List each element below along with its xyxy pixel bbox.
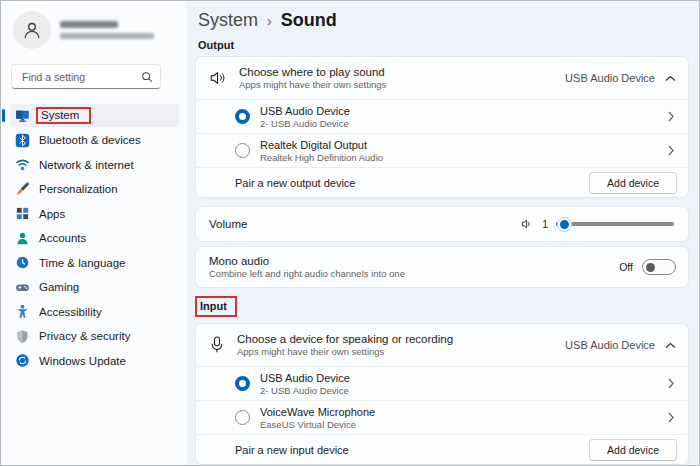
- sidebar-item-time-language[interactable]: Time & language: [11, 251, 179, 274]
- chevron-right-icon[interactable]: [668, 378, 674, 389]
- pair-output-label: Pair a new output device: [235, 177, 355, 189]
- pair-output-row: Pair a new output device Add device: [196, 167, 688, 197]
- slider-track[interactable]: [556, 222, 674, 226]
- choose-input-header[interactable]: Choose a device for speaking or recordin…: [196, 324, 688, 366]
- sidebar-item-label: Gaming: [39, 281, 79, 293]
- device-desc: 2- USB Audio Device: [260, 118, 350, 129]
- input-section-label-row: Input: [195, 296, 689, 317]
- input-card-subtitle: Apps might have their own settings: [237, 346, 453, 357]
- sidebar-item-label: Windows Update: [39, 355, 126, 367]
- microphone-icon: [209, 336, 225, 354]
- sidebar-item-system[interactable]: System: [11, 104, 179, 127]
- radio-selected[interactable]: [235, 109, 250, 124]
- breadcrumb-separator-icon: ›: [267, 11, 272, 29]
- wifi-icon: [15, 157, 30, 172]
- breadcrumb: System › Sound: [195, 1, 689, 31]
- sidebar-item-accounts[interactable]: Accounts: [11, 227, 179, 250]
- input-device-row-voicewave[interactable]: VoiceWave Microphone EaseUS Virtual Devi…: [196, 400, 688, 434]
- output-card-title: Choose where to play sound: [239, 66, 386, 78]
- gamepad-icon: [15, 280, 30, 295]
- sidebar-item-apps[interactable]: Apps: [11, 202, 179, 225]
- sidebar-item-label: Accounts: [39, 232, 86, 244]
- input-selected-device: USB Audio Device: [565, 339, 655, 351]
- search-icon: [141, 71, 153, 83]
- output-selected-device: USB Audio Device: [565, 72, 655, 84]
- input-device-card: Choose a device for speaking or recordin…: [195, 323, 689, 465]
- device-name: USB Audio Device: [260, 372, 350, 384]
- apps-grid-icon: [15, 206, 30, 221]
- device-name: VoiceWave Microphone: [260, 406, 375, 418]
- toggle-knob: [646, 263, 655, 272]
- mono-audio-subtitle: Combine left and right audio channels in…: [209, 268, 405, 279]
- output-device-row-usb[interactable]: USB Audio Device 2- USB Audio Device: [196, 99, 688, 133]
- page-title: Sound: [281, 10, 337, 31]
- sidebar-item-label: Time & language: [39, 257, 126, 269]
- user-profile[interactable]: [11, 11, 179, 49]
- sidebar-item-bluetooth-devices[interactable]: Bluetooth & devices: [11, 129, 179, 152]
- output-device-card: Choose where to play sound Apps might ha…: [195, 56, 689, 198]
- device-name: Realtek Digital Output: [260, 139, 383, 151]
- person-icon: [15, 231, 30, 246]
- sidebar-item-network-internet[interactable]: Network & internet: [11, 153, 179, 176]
- add-output-device-button[interactable]: Add device: [589, 172, 677, 194]
- profile-name-blurred: [60, 21, 154, 39]
- volume-card: Volume 1: [195, 206, 689, 242]
- chevron-up-icon[interactable]: [665, 342, 676, 349]
- device-desc: 2- USB Audio Device: [260, 385, 350, 396]
- clock-globe-icon: [15, 255, 30, 270]
- output-section-label: Output: [198, 39, 689, 51]
- input-section-label: Input: [195, 296, 237, 317]
- radio-unselected[interactable]: [235, 410, 250, 425]
- sidebar-item-windows-update[interactable]: Windows Update: [11, 349, 179, 372]
- choose-output-header[interactable]: Choose where to play sound Apps might ha…: [196, 57, 688, 99]
- bluetooth-icon: [15, 133, 30, 148]
- breadcrumb-system[interactable]: System: [198, 10, 258, 31]
- sidebar-item-privacy-security[interactable]: Privacy & security: [11, 325, 179, 348]
- sidebar-item-label: Privacy & security: [39, 330, 130, 342]
- mono-audio-card: Mono audio Combine left and right audio …: [195, 246, 689, 288]
- chevron-up-icon[interactable]: [665, 75, 676, 82]
- sidebar-item-gaming[interactable]: Gaming: [11, 276, 179, 299]
- device-desc: EaseUS Virtual Device: [260, 419, 375, 430]
- mono-audio-title: Mono audio: [209, 255, 405, 267]
- add-input-device-button[interactable]: Add device: [589, 439, 677, 461]
- sidebar-nav: System Bluetooth & devices Network & int…: [11, 104, 179, 372]
- sidebar-item-accessibility[interactable]: Accessibility: [11, 300, 179, 323]
- sidebar-item-label: Accessibility: [39, 306, 102, 318]
- radio-unselected[interactable]: [235, 143, 250, 158]
- input-device-row-usb[interactable]: USB Audio Device 2- USB Audio Device: [196, 366, 688, 400]
- volume-label: Volume: [209, 218, 247, 230]
- volume-slider[interactable]: [556, 217, 674, 232]
- output-card-subtitle: Apps might have their own settings: [239, 79, 386, 90]
- sidebar-item-label: Personalization: [39, 183, 118, 195]
- radio-selected[interactable]: [235, 376, 250, 391]
- pair-input-label: Pair a new input device: [235, 444, 349, 456]
- chevron-right-icon[interactable]: [668, 412, 674, 423]
- main-content: System › Sound Output Choose where to pl…: [187, 1, 699, 465]
- output-device-row-realtek[interactable]: Realtek Digital Output Realtek High Defi…: [196, 133, 688, 167]
- settings-search-box[interactable]: [11, 64, 161, 89]
- monitor-icon: [15, 108, 30, 123]
- volume-value: 1: [542, 218, 548, 230]
- sidebar-item-personalization[interactable]: Personalization: [11, 178, 179, 201]
- slider-thumb[interactable]: [558, 218, 571, 231]
- mono-audio-state: Off: [619, 261, 633, 273]
- avatar: [13, 11, 51, 49]
- speaker-icon: [209, 69, 227, 87]
- pair-input-row: Pair a new input device Add device: [196, 434, 688, 464]
- brush-icon: [15, 182, 30, 197]
- settings-window: System Bluetooth & devices Network & int…: [0, 0, 700, 466]
- chevron-right-icon[interactable]: [668, 111, 674, 122]
- speaker-small-icon[interactable]: [520, 217, 534, 231]
- device-name: USB Audio Device: [260, 105, 350, 117]
- accessibility-person-icon: [15, 304, 30, 319]
- device-desc: Realtek High Definition Audio: [260, 152, 383, 163]
- sidebar-item-label: Network & internet: [39, 159, 134, 171]
- update-arrows-icon: [15, 353, 30, 368]
- chevron-right-icon[interactable]: [668, 145, 674, 156]
- person-outline-icon: [21, 19, 43, 41]
- search-input[interactable]: [20, 70, 141, 84]
- input-card-title: Choose a device for speaking or recordin…: [237, 333, 453, 345]
- sidebar-item-label: System: [36, 107, 91, 124]
- mono-audio-toggle[interactable]: [642, 259, 676, 275]
